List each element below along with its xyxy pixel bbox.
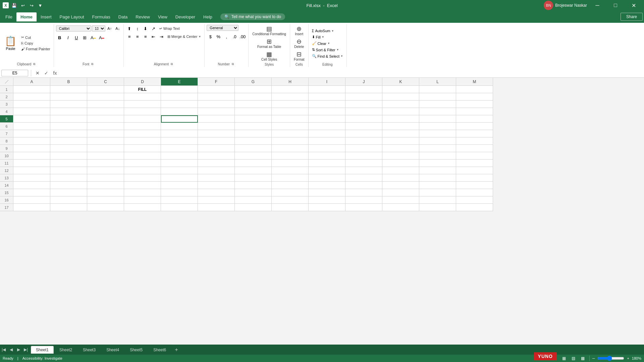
cell-E13[interactable] xyxy=(161,174,198,182)
cell-F9[interactable] xyxy=(198,145,235,152)
cell-I16[interactable] xyxy=(309,196,345,204)
row-num-6[interactable]: 6 xyxy=(0,123,13,130)
insert-button[interactable]: ⊕ Insert xyxy=(292,25,306,37)
cell-M6[interactable] xyxy=(456,123,493,130)
cell-E11[interactable] xyxy=(161,160,198,167)
cell-F4[interactable] xyxy=(198,108,235,115)
col-header-A[interactable]: A xyxy=(13,78,50,86)
cell-M16[interactable] xyxy=(456,196,493,204)
cell-I13[interactable] xyxy=(309,174,345,182)
cell-C12[interactable] xyxy=(87,167,124,174)
cell-C9[interactable] xyxy=(87,145,124,152)
cell-E5[interactable] xyxy=(161,115,198,123)
cell-D2[interactable] xyxy=(124,93,161,101)
underline-button[interactable]: U xyxy=(73,34,80,41)
cell-L9[interactable] xyxy=(419,145,456,152)
cell-B8[interactable] xyxy=(50,137,87,145)
cell-E2[interactable] xyxy=(161,93,198,101)
cell-C11[interactable] xyxy=(87,160,124,167)
cut-button[interactable]: ✂ Cut xyxy=(20,35,52,40)
cell-L11[interactable] xyxy=(419,160,456,167)
col-header-G[interactable]: G xyxy=(235,78,272,86)
cell-H11[interactable] xyxy=(272,160,309,167)
cell-J15[interactable] xyxy=(345,189,382,196)
cell-C17[interactable] xyxy=(87,204,124,211)
cell-K2[interactable] xyxy=(382,93,419,101)
paste-button[interactable]: 📋 Paste xyxy=(2,35,19,51)
cell-J3[interactable] xyxy=(345,101,382,108)
row-num-14[interactable]: 14 xyxy=(0,182,13,189)
cell-H14[interactable] xyxy=(272,182,309,189)
cell-E16[interactable] xyxy=(161,196,198,204)
cell-K5[interactable] xyxy=(382,115,419,123)
cell-L15[interactable] xyxy=(419,189,456,196)
cell-F7[interactable] xyxy=(198,130,235,137)
cell-A12[interactable] xyxy=(13,167,50,174)
row-num-17[interactable]: 17 xyxy=(0,204,13,211)
row-num-3[interactable]: 3 xyxy=(0,101,13,108)
cell-E12[interactable] xyxy=(161,167,198,174)
row-num-9[interactable]: 9 xyxy=(0,145,13,152)
cell-B14[interactable] xyxy=(50,182,87,189)
row-num-11[interactable]: 11 xyxy=(0,160,13,167)
cell-C1[interactable] xyxy=(87,86,124,93)
row-num-13[interactable]: 13 xyxy=(0,174,13,182)
cell-H16[interactable] xyxy=(272,196,309,204)
copy-button[interactable]: ⎘ Copy xyxy=(20,41,52,46)
fill-button[interactable]: ⬇ Fill ▼ xyxy=(311,34,344,40)
decrease-indent-button[interactable]: ⇤ xyxy=(150,33,157,40)
cell-L10[interactable] xyxy=(419,152,456,160)
italic-button[interactable]: I xyxy=(64,34,72,41)
cell-J5[interactable] xyxy=(345,115,382,123)
cell-H6[interactable] xyxy=(272,123,309,130)
cell-M13[interactable] xyxy=(456,174,493,182)
cell-J10[interactable] xyxy=(345,152,382,160)
cell-K11[interactable] xyxy=(382,160,419,167)
cell-E14[interactable] xyxy=(161,182,198,189)
cell-A9[interactable] xyxy=(13,145,50,152)
cell-M3[interactable] xyxy=(456,101,493,108)
align-center-button[interactable]: ≡ xyxy=(134,33,141,40)
cell-G5[interactable] xyxy=(235,115,272,123)
cell-L1[interactable] xyxy=(419,86,456,93)
cell-F16[interactable] xyxy=(198,196,235,204)
cell-L16[interactable] xyxy=(419,196,456,204)
cell-K12[interactable] xyxy=(382,167,419,174)
cell-M4[interactable] xyxy=(456,108,493,115)
cell-M5[interactable] xyxy=(456,115,493,123)
cell-E7[interactable] xyxy=(161,130,198,137)
cell-K14[interactable] xyxy=(382,182,419,189)
cell-I7[interactable] xyxy=(309,130,345,137)
cell-F13[interactable] xyxy=(198,174,235,182)
conditional-formatting-button[interactable]: ▤ Conditional Formatting xyxy=(251,25,288,37)
cell-F2[interactable] xyxy=(198,93,235,101)
clear-button[interactable]: 🧹 Clear ▼ xyxy=(311,41,344,46)
clipboard-dialog-launcher[interactable]: ⧉ xyxy=(32,62,37,66)
cell-K3[interactable] xyxy=(382,101,419,108)
col-header-C[interactable]: C xyxy=(87,78,124,86)
cell-I11[interactable] xyxy=(309,160,345,167)
cell-D11[interactable] xyxy=(124,160,161,167)
tell-me-box[interactable]: 🔍 Tell me what you want to do xyxy=(220,13,285,20)
cell-L7[interactable] xyxy=(419,130,456,137)
cell-I12[interactable] xyxy=(309,167,345,174)
cell-G6[interactable] xyxy=(235,123,272,130)
minimize-button[interactable]: ─ xyxy=(590,0,605,11)
tab-developer[interactable]: Developer xyxy=(171,12,199,21)
cell-J13[interactable] xyxy=(345,174,382,182)
cell-D8[interactable] xyxy=(124,137,161,145)
cell-K9[interactable] xyxy=(382,145,419,152)
cell-G16[interactable] xyxy=(235,196,272,204)
cell-A8[interactable] xyxy=(13,137,50,145)
cell-F8[interactable] xyxy=(198,137,235,145)
cell-G17[interactable] xyxy=(235,204,272,211)
col-header-D[interactable]: D xyxy=(124,78,161,86)
cell-G15[interactable] xyxy=(235,189,272,196)
cell-A7[interactable] xyxy=(13,130,50,137)
cell-A17[interactable] xyxy=(13,204,50,211)
cell-C5[interactable] xyxy=(87,115,124,123)
cell-C14[interactable] xyxy=(87,182,124,189)
increase-indent-button[interactable]: ⇥ xyxy=(158,33,165,40)
tab-insert[interactable]: Insert xyxy=(37,12,56,21)
cell-A5[interactable] xyxy=(13,115,50,123)
